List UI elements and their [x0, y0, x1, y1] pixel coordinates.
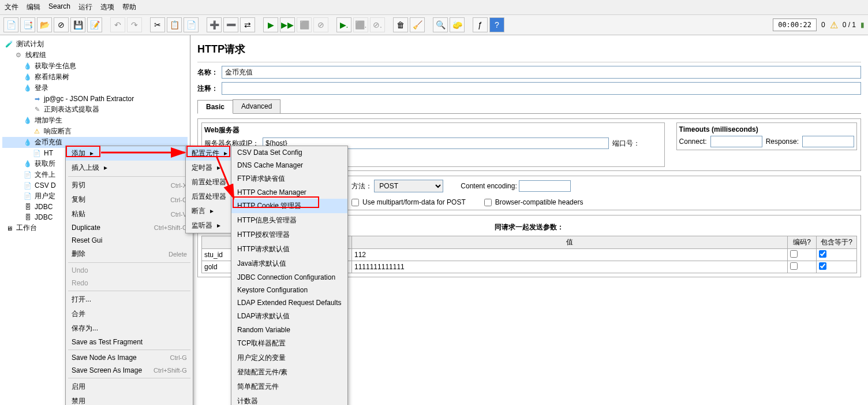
tab-basic[interactable]: Basic [197, 100, 233, 114]
ctx-item[interactable]: Reset Gui [66, 234, 193, 247]
ctx-item[interactable]: HTTP Cache Manager [231, 186, 347, 199]
encode-checkbox[interactable] [790, 262, 798, 270]
name-input[interactable] [222, 66, 861, 79]
equals-checkbox[interactable] [819, 250, 826, 258]
save-as-icon[interactable]: 📝 [87, 17, 102, 32]
ctx-item[interactable]: 插入上级 [66, 161, 193, 175]
ctx-item[interactable]: Keystore Configuration [231, 284, 347, 296]
menu-options[interactable]: 选项 [100, 2, 114, 12]
open-icon[interactable]: 📂 [37, 17, 52, 32]
tree-node[interactable]: 响应断言 [2, 126, 188, 137]
ctx-item[interactable]: FTP请求缺省值 [231, 172, 347, 186]
tab-advanced[interactable]: Advanced [233, 99, 280, 113]
menu-search[interactable]: Search [48, 2, 70, 12]
connect-input[interactable] [710, 136, 762, 147]
encode-checkbox[interactable] [790, 250, 798, 258]
reset-search-icon[interactable]: 🧽 [450, 17, 465, 32]
ctx-item[interactable]: 打开... [66, 292, 193, 307]
ctx-item[interactable]: Java请求默认值 [231, 257, 347, 271]
ctx-item[interactable]: 禁用 [66, 394, 193, 405]
tree-node[interactable]: jp@gc - JSON Path Extractor [2, 94, 188, 104]
start-no-pause-icon[interactable]: ▶▶ [280, 17, 295, 32]
shutdown-remote-icon[interactable]: ⊘. [370, 17, 385, 32]
ctx-item[interactable]: Undo [66, 264, 193, 277]
tree-node[interactable]: 察看结果树 [2, 72, 188, 83]
ctx-item[interactable]: DuplicateCtrl+Shift-C [66, 221, 193, 234]
ctx-item[interactable]: Save as Test Fragment [66, 336, 193, 348]
tree-node[interactable]: 测试计划 [2, 39, 188, 50]
tree-node[interactable]: 获取学生信息 [2, 61, 188, 72]
ctx-item[interactable]: TCP取样器配置 [231, 336, 347, 351]
new-icon[interactable]: 📄 [3, 17, 18, 32]
tree-label: 测试计划 [16, 39, 44, 49]
help-icon[interactable]: ? [489, 17, 504, 32]
ctx-item[interactable]: HTTP授权管理器 [231, 228, 347, 242]
menu-edit[interactable]: 编辑 [27, 2, 40, 12]
tree-label: 线程组 [25, 50, 46, 60]
encoding-input[interactable] [519, 180, 571, 192]
ctx-item[interactable]: JDBC Connection Configuration [231, 271, 347, 284]
tree-node[interactable]: 线程组 [2, 50, 188, 61]
ctx-item[interactable]: DNS Cache Manager [231, 159, 347, 172]
ctx-item[interactable]: HTTP请求默认值 [231, 242, 347, 257]
panel-title: HTTP请求 [197, 40, 861, 62]
ctx-item[interactable]: LDAP请求默认值 [231, 309, 347, 324]
shutdown-icon[interactable]: ⊘ [313, 17, 328, 32]
expand-icon[interactable]: ➕ [207, 17, 222, 32]
ctx-item[interactable]: 计数器 [231, 394, 347, 405]
browser-headers-checkbox[interactable] [484, 199, 492, 206]
ctx-item[interactable]: 用户定义的变量 [231, 351, 347, 365]
menu-file[interactable]: 文件 [5, 2, 18, 12]
name-label: 名称： [197, 68, 218, 77]
copy-icon[interactable]: 📋 [167, 17, 182, 32]
response-input[interactable] [802, 136, 854, 147]
tree-node[interactable]: 正则表达式提取器 [2, 104, 188, 115]
toggle-icon[interactable]: ⇄ [240, 17, 255, 32]
ctx-item[interactable]: LDAP Extended Request Defaults [231, 296, 347, 309]
save-icon[interactable]: 💾 [70, 17, 85, 32]
clear-all-icon[interactable]: 🧹 [410, 17, 425, 32]
ctx-item[interactable]: Redo [66, 277, 193, 289]
ctx-item[interactable]: HTTP信息头管理器 [231, 213, 347, 228]
comment-input[interactable] [222, 82, 861, 95]
undo-icon[interactable]: ↶ [110, 17, 125, 32]
ctx-item[interactable]: 简单配置元件 [231, 380, 347, 394]
ctx-item[interactable]: Save Screen As ImageCtrl+Shift-G [66, 364, 193, 377]
clear-icon[interactable]: 🗑 [393, 17, 408, 32]
ctx-item[interactable]: 复制Ctrl-C [66, 192, 193, 207]
close-icon[interactable]: ⊘ [54, 17, 69, 32]
ctx-item[interactable]: Save Node As ImageCtrl-G [66, 351, 193, 364]
stop-icon[interactable]: ⬛ [297, 17, 312, 32]
warning-icon[interactable]: ⚠ [830, 20, 838, 31]
collapse-icon[interactable]: ➖ [223, 17, 238, 32]
ctx-item[interactable]: Random Variable [231, 324, 347, 336]
ctx-item[interactable]: 启用 [66, 380, 193, 394]
ctx-item[interactable]: 剪切Ctrl-X [66, 178, 193, 192]
ctx-item[interactable]: 粘贴Ctrl-V [66, 207, 193, 221]
search-tool-icon[interactable]: 🔍 [433, 17, 448, 32]
ctx-item[interactable]: CSV Data Set Config [231, 146, 347, 159]
equals-checkbox[interactable] [819, 262, 826, 270]
start-icon[interactable]: ▶ [263, 17, 278, 32]
templates-icon[interactable]: 📑 [20, 17, 35, 32]
cut-icon[interactable]: ✂ [150, 17, 165, 32]
ctx-item[interactable]: HTTP Cookie 管理器 [231, 199, 347, 213]
ctx-item[interactable]: 合并 [66, 307, 193, 321]
timeouts-legend: Timeouts (milliseconds) [679, 125, 854, 133]
function-helper-icon[interactable]: ƒ [473, 17, 488, 32]
menu-run[interactable]: 运行 [78, 2, 92, 12]
stop-remote-icon[interactable]: ⬛. [353, 17, 368, 32]
start-remote-icon[interactable]: ▶. [336, 17, 351, 32]
multipart-checkbox[interactable] [351, 199, 359, 206]
ctx-item[interactable]: 添加 [66, 146, 193, 161]
method-select[interactable]: POST [374, 180, 443, 192]
ctx-item[interactable]: 保存为... [66, 321, 193, 336]
tree-node[interactable]: 登录 [2, 83, 188, 94]
paste-icon[interactable]: 📄 [184, 17, 199, 32]
tree-node[interactable]: 增加学生 [2, 115, 188, 126]
ctx-item[interactable]: 登陆配置元件/素 [231, 365, 347, 380]
ctx-item[interactable]: 删除Delete [66, 247, 193, 261]
menu-help[interactable]: 帮助 [122, 2, 136, 12]
ico-page [23, 192, 32, 201]
redo-icon[interactable]: ↷ [127, 17, 142, 32]
